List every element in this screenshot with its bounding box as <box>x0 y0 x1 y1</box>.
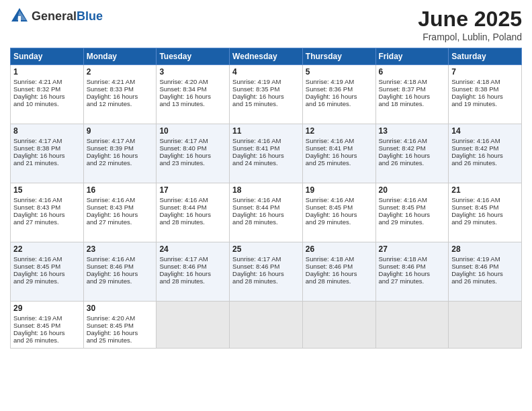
cell-text: and 29 minutes. <box>306 218 373 226</box>
cell-text: Daylight: 16 hours <box>306 152 373 159</box>
cell-text: Daylight: 16 hours <box>306 211 373 218</box>
calendar-cell: 2Sunrise: 4:21 AMSunset: 8:33 PMDaylight… <box>83 65 157 124</box>
calendar-cell <box>230 302 303 349</box>
cell-text: Sunrise: 4:18 AM <box>451 78 519 85</box>
cell-text: and 28 minutes. <box>159 277 226 285</box>
calendar-cell: 23Sunrise: 4:16 AMSunset: 8:46 PMDayligh… <box>83 242 157 302</box>
cell-text: Sunrise: 4:17 AM <box>13 137 81 144</box>
cell-text: Sunset: 8:45 PM <box>306 203 373 211</box>
cell-text: Sunset: 8:46 PM <box>451 263 519 270</box>
calendar-cell: 14Sunrise: 4:16 AMSunset: 8:42 PMDayligh… <box>449 124 522 183</box>
day-number: 16 <box>87 185 154 195</box>
cell-text: Sunrise: 4:16 AM <box>379 196 446 203</box>
calendar-cell: 11Sunrise: 4:16 AMSunset: 8:41 PMDayligh… <box>230 124 303 183</box>
calendar-cell: 16Sunrise: 4:16 AMSunset: 8:43 PMDayligh… <box>83 183 157 242</box>
calendar-cell: 10Sunrise: 4:17 AMSunset: 8:40 PMDayligh… <box>157 124 230 183</box>
day-number: 9 <box>87 126 154 136</box>
cell-text: and 29 minutes. <box>13 277 81 285</box>
cell-text: Sunset: 8:41 PM <box>306 144 373 152</box>
title-location: Frampol, Lublin, Poland <box>418 32 522 42</box>
cell-text: Daylight: 16 hours <box>159 152 226 159</box>
day-number: 27 <box>379 244 446 254</box>
cell-text: Daylight: 16 hours <box>451 270 519 277</box>
calendar-header-row: SundayMondayTuesdayWednesdayThursdayFrid… <box>11 48 522 65</box>
cell-text: and 28 minutes. <box>306 277 373 285</box>
day-number: 20 <box>379 185 446 195</box>
calendar-col-header: Friday <box>375 48 449 65</box>
cell-text: Sunrise: 4:18 AM <box>306 255 373 263</box>
calendar-cell: 3Sunrise: 4:20 AMSunset: 8:34 PMDaylight… <box>157 65 230 124</box>
cell-text: Daylight: 16 hours <box>87 93 154 100</box>
calendar-col-header: Thursday <box>302 48 375 65</box>
cell-text: and 27 minutes. <box>87 218 154 226</box>
cell-text: Sunrise: 4:16 AM <box>451 137 519 144</box>
calendar-col-header: Sunday <box>11 48 84 65</box>
cell-text: Sunrise: 4:17 AM <box>159 255 226 263</box>
svg-rect-2 <box>18 16 21 21</box>
cell-text: Daylight: 16 hours <box>232 211 300 218</box>
day-number: 11 <box>232 126 300 136</box>
day-number: 29 <box>13 304 81 313</box>
cell-text: Sunset: 8:40 PM <box>159 144 226 152</box>
cell-text: Daylight: 16 hours <box>379 211 446 218</box>
calendar-cell: 27Sunrise: 4:18 AMSunset: 8:46 PMDayligh… <box>375 242 449 302</box>
cell-text: Daylight: 16 hours <box>87 329 154 336</box>
calendar-cell: 8Sunrise: 4:17 AMSunset: 8:38 PMDaylight… <box>11 124 84 183</box>
cell-text: Sunset: 8:36 PM <box>306 85 373 93</box>
cell-text: and 15 minutes. <box>232 100 300 107</box>
cell-text: Sunset: 8:43 PM <box>87 203 154 211</box>
day-number: 22 <box>13 244 81 254</box>
cell-text: and 23 minutes. <box>159 159 226 167</box>
calendar-week-row: 8Sunrise: 4:17 AMSunset: 8:38 PMDaylight… <box>11 124 522 183</box>
calendar-cell: 5Sunrise: 4:19 AMSunset: 8:36 PMDaylight… <box>302 65 375 124</box>
cell-text: and 12 minutes. <box>87 100 154 107</box>
cell-text: Sunrise: 4:19 AM <box>451 255 519 263</box>
day-number: 6 <box>379 67 446 77</box>
cell-text: Sunrise: 4:16 AM <box>232 137 300 144</box>
cell-text: Sunset: 8:42 PM <box>451 144 519 152</box>
cell-text: Daylight: 16 hours <box>451 211 519 218</box>
logo: GeneralBlue <box>10 7 103 26</box>
cell-text: Sunrise: 4:16 AM <box>87 255 154 263</box>
cell-text: Sunset: 8:45 PM <box>379 203 446 211</box>
cell-text: Sunrise: 4:19 AM <box>232 78 300 85</box>
cell-text: Sunset: 8:45 PM <box>87 322 154 329</box>
cell-text: Sunrise: 4:16 AM <box>13 196 81 203</box>
day-number: 15 <box>13 185 81 195</box>
calendar-week-row: 22Sunrise: 4:16 AMSunset: 8:45 PMDayligh… <box>11 242 522 302</box>
cell-text: and 26 minutes. <box>13 336 81 344</box>
cell-text: and 24 minutes. <box>232 159 300 167</box>
day-number: 25 <box>232 244 300 254</box>
cell-text: Daylight: 16 hours <box>87 270 154 277</box>
cell-text: Sunrise: 4:19 AM <box>306 78 373 85</box>
cell-text: and 26 minutes. <box>451 277 519 285</box>
cell-text: Daylight: 16 hours <box>159 93 226 100</box>
day-number: 2 <box>87 67 154 77</box>
title-block: June 2025 Frampol, Lublin, Poland <box>418 7 522 42</box>
cell-text: Sunset: 8:46 PM <box>232 263 300 270</box>
cell-text: Sunset: 8:38 PM <box>13 144 81 152</box>
cell-text: Sunrise: 4:16 AM <box>451 196 519 203</box>
day-number: 1 <box>13 67 81 77</box>
calendar-cell: 20Sunrise: 4:16 AMSunset: 8:45 PMDayligh… <box>375 183 449 242</box>
cell-text: Daylight: 16 hours <box>159 270 226 277</box>
cell-text: Sunset: 8:43 PM <box>13 203 81 211</box>
cell-text: Daylight: 16 hours <box>13 211 81 218</box>
day-number: 8 <box>13 126 81 136</box>
cell-text: Daylight: 16 hours <box>232 152 300 159</box>
cell-text: Sunrise: 4:19 AM <box>13 314 81 322</box>
cell-text: Daylight: 16 hours <box>13 93 81 100</box>
cell-text: and 25 minutes. <box>306 159 373 167</box>
calendar-cell <box>375 302 449 349</box>
calendar-col-header: Wednesday <box>230 48 303 65</box>
calendar-cell: 21Sunrise: 4:16 AMSunset: 8:45 PMDayligh… <box>449 183 522 242</box>
cell-text: and 29 minutes. <box>87 277 154 285</box>
cell-text: and 27 minutes. <box>13 218 81 226</box>
calendar: SundayMondayTuesdayWednesdayThursdayFrid… <box>10 48 522 349</box>
day-number: 14 <box>451 126 519 136</box>
cell-text: and 16 minutes. <box>306 100 373 107</box>
cell-text: and 22 minutes. <box>87 159 154 167</box>
calendar-cell: 25Sunrise: 4:17 AMSunset: 8:46 PMDayligh… <box>230 242 303 302</box>
calendar-cell: 18Sunrise: 4:16 AMSunset: 8:44 PMDayligh… <box>230 183 303 242</box>
day-number: 10 <box>159 126 226 136</box>
